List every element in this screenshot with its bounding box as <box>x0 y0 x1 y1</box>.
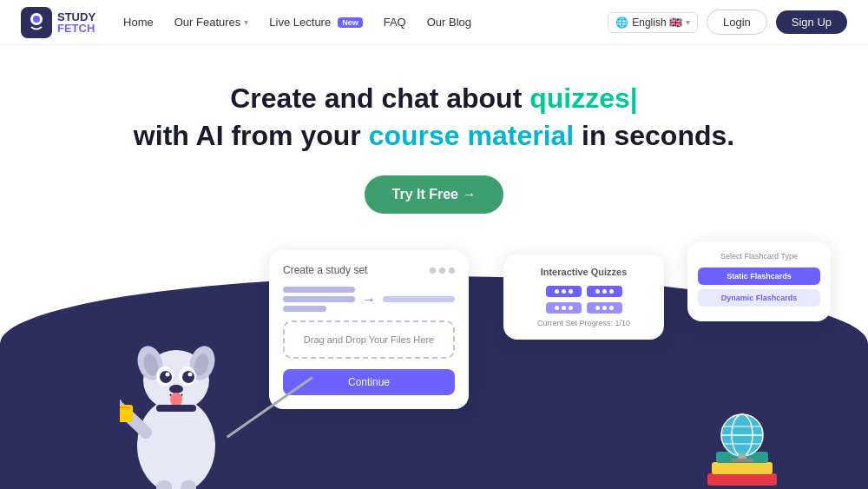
svg-rect-17 <box>156 405 196 412</box>
hero-title-part2: with AI from your <box>134 120 369 151</box>
logo-study-text: STUDY <box>57 11 95 23</box>
line1 <box>283 287 355 293</box>
hero-title: Create and chat about quizzes| with AI f… <box>0 80 868 155</box>
svg-point-15 <box>169 385 183 393</box>
card-interactive-quizzes: Interactive Quizzes <box>503 254 664 340</box>
svg-point-16 <box>170 393 182 406</box>
dynamic-flashcards-option[interactable]: Dynamic Flashcards <box>698 289 820 307</box>
card-study-title: Create a study set <box>283 264 367 276</box>
hero-title-green: quizzes| <box>529 83 638 114</box>
svg-point-2 <box>33 16 40 23</box>
quiz-progress-text: Current Set Progress: 1/10 <box>516 319 652 327</box>
live-badge: New <box>338 17 363 28</box>
svg-rect-33 <box>731 459 753 462</box>
dot1 <box>430 268 436 274</box>
nav-home-label: Home <box>123 16 154 29</box>
arrow-icon: → <box>362 292 376 307</box>
lang-label: English 🇬🇧 <box>632 17 682 29</box>
nav-links: Home Our Features ▾ Live Lecture New FAQ… <box>123 16 608 29</box>
q-dot2 <box>562 289 566 294</box>
nav-blog[interactable]: Our Blog <box>427 16 471 29</box>
q-dot11 <box>602 306 607 310</box>
card-drop-zone[interactable]: Drag and Drop Your Files Here <box>283 320 455 359</box>
card-dots <box>430 268 455 274</box>
card-flashcard-type: Select Flashcard Type Static Flashcards … <box>687 241 831 321</box>
illustration-area: Create a study set → Drag and Drop Your … <box>0 241 868 489</box>
login-button[interactable]: Login <box>707 10 767 35</box>
nav-features-label: Our Features <box>174 16 241 29</box>
card-input-lines <box>283 287 355 312</box>
logo[interactable]: STUDY FETCH <box>21 7 95 38</box>
navbar: STUDY FETCH Home Our Features ▾ Live Lec… <box>0 0 868 45</box>
dot2 <box>439 268 445 274</box>
q-dot7 <box>555 306 559 310</box>
q-dot6 <box>609 289 614 294</box>
hero-section: Create and chat about quizzes| with AI f… <box>0 45 868 489</box>
nav-live-label: Live Lecture <box>269 16 331 29</box>
svg-point-12 <box>182 371 194 383</box>
nav-live-lecture[interactable]: Live Lecture New <box>269 16 362 29</box>
svg-point-13 <box>166 373 170 377</box>
hero-title-part3: in seconds. <box>574 120 734 151</box>
q-dot3 <box>569 289 573 294</box>
q-dot8 <box>562 306 566 310</box>
card-input-row: → <box>283 287 455 312</box>
svg-point-11 <box>160 371 172 383</box>
nav-right: 🌐 English 🇬🇧 ▾ Login Sign Up <box>608 10 847 35</box>
quiz-row1 <box>516 286 652 297</box>
flag-icon: 🌐 <box>615 17 628 29</box>
dot3 <box>449 268 455 274</box>
quiz-btn1[interactable] <box>546 286 582 297</box>
line2 <box>283 296 355 302</box>
nav-blog-label: Our Blog <box>427 16 471 29</box>
quiz-btn2[interactable] <box>587 286 622 297</box>
q-dot5 <box>602 289 607 294</box>
svg-point-14 <box>188 373 193 377</box>
hero-title-blue: course material <box>369 120 575 151</box>
nav-features[interactable]: Our Features ▾ <box>174 16 249 29</box>
try-it-free-button[interactable]: Try It Free → <box>365 175 504 214</box>
q-dot1 <box>555 289 559 294</box>
logo-icon <box>21 7 52 38</box>
q-dot10 <box>595 306 600 310</box>
quiz-btn3[interactable] <box>546 302 582 314</box>
svg-rect-24 <box>712 462 773 474</box>
line3 <box>283 306 326 312</box>
flashcard-title: Select Flashcard Type <box>698 252 820 261</box>
nav-faq[interactable]: FAQ <box>384 16 406 29</box>
quiz-btn4[interactable] <box>587 302 622 314</box>
hero-title-part1: Create and chat about <box>230 83 529 114</box>
q-dot4 <box>595 289 600 294</box>
static-flashcards-option[interactable]: Static Flashcards <box>698 268 820 285</box>
logo-fetch-text: FETCH <box>57 23 95 34</box>
globe-books-illustration <box>703 411 781 489</box>
quiz-card-title: Interactive Quizzes <box>516 267 652 277</box>
quiz-row2 <box>516 302 652 314</box>
drop-label: Drag and Drop Your Files Here <box>304 334 434 345</box>
continue-button[interactable]: Continue <box>283 369 455 395</box>
signup-button[interactable]: Sign Up <box>776 10 847 34</box>
nav-home[interactable]: Home <box>123 16 154 29</box>
features-chevron-icon: ▾ <box>244 17 248 27</box>
nav-faq-label: FAQ <box>384 16 406 29</box>
language-selector[interactable]: 🌐 English 🇬🇧 ▾ <box>608 12 698 33</box>
svg-rect-23 <box>707 473 777 486</box>
card-line-right <box>383 296 455 302</box>
q-dot12 <box>609 306 614 310</box>
svg-rect-22 <box>120 406 130 408</box>
q-dot9 <box>569 306 573 310</box>
lang-chevron-icon: ▾ <box>686 17 690 27</box>
card-study-header: Create a study set <box>283 264 455 276</box>
dog-mascot <box>120 311 233 489</box>
